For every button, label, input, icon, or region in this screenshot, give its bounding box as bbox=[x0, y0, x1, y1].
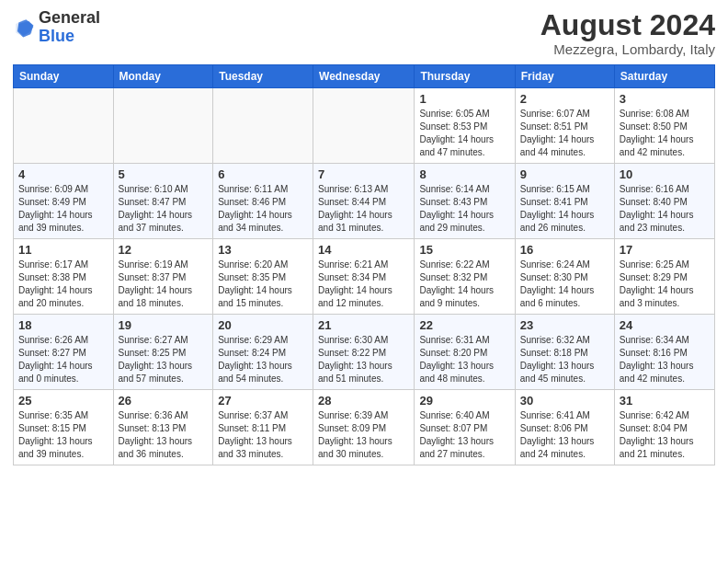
col-thursday: Thursday bbox=[415, 65, 515, 88]
week-row-1: 1Sunrise: 6:05 AMSunset: 8:53 PMDaylight… bbox=[14, 88, 715, 164]
month-title: August 2024 bbox=[540, 9, 715, 41]
header: General Blue August 2024 Mezzegra, Lomba… bbox=[13, 9, 715, 57]
logo-general: General bbox=[39, 8, 100, 27]
day-info: Sunrise: 6:40 AMSunset: 8:07 PMDaylight:… bbox=[419, 409, 509, 461]
day-number: 4 bbox=[18, 167, 108, 181]
day-info: Sunrise: 6:32 AMSunset: 8:18 PMDaylight:… bbox=[520, 334, 609, 385]
day-info: Sunrise: 6:29 AMSunset: 8:24 PMDaylight:… bbox=[218, 334, 308, 385]
day-cell: 29Sunrise: 6:40 AMSunset: 8:07 PMDayligh… bbox=[415, 390, 515, 465]
day-cell: 16Sunrise: 6:24 AMSunset: 8:30 PMDayligh… bbox=[515, 239, 614, 315]
day-cell: 28Sunrise: 6:39 AMSunset: 8:09 PMDayligh… bbox=[313, 390, 415, 465]
day-number: 30 bbox=[520, 394, 609, 408]
day-number: 26 bbox=[119, 394, 209, 408]
day-info: Sunrise: 6:20 AMSunset: 8:35 PMDaylight:… bbox=[218, 259, 308, 310]
day-info: Sunrise: 6:09 AMSunset: 8:49 PMDaylight:… bbox=[18, 183, 108, 235]
logo-blue: Blue bbox=[39, 27, 74, 45]
day-info: Sunrise: 6:15 AMSunset: 8:41 PMDaylight:… bbox=[520, 183, 609, 235]
day-cell: 7Sunrise: 6:13 AMSunset: 8:44 PMDaylight… bbox=[313, 164, 415, 239]
day-number: 8 bbox=[419, 167, 509, 181]
day-cell: 6Sunrise: 6:11 AMSunset: 8:46 PMDaylight… bbox=[213, 164, 313, 239]
logo-icon bbox=[13, 17, 35, 39]
logo: General Blue bbox=[13, 9, 100, 46]
day-cell: 19Sunrise: 6:27 AMSunset: 8:25 PMDayligh… bbox=[113, 315, 213, 390]
day-number: 21 bbox=[318, 318, 409, 332]
title-block: August 2024 Mezzegra, Lombardy, Italy bbox=[540, 9, 715, 57]
logo-text: General Blue bbox=[39, 9, 100, 46]
day-cell: 9Sunrise: 6:15 AMSunset: 8:41 PMDaylight… bbox=[515, 164, 614, 239]
col-tuesday: Tuesday bbox=[213, 65, 313, 88]
page: General Blue August 2024 Mezzegra, Lomba… bbox=[0, 0, 728, 563]
day-info: Sunrise: 6:30 AMSunset: 8:22 PMDaylight:… bbox=[318, 334, 409, 385]
day-info: Sunrise: 6:22 AMSunset: 8:32 PMDaylight:… bbox=[419, 259, 509, 310]
day-cell: 26Sunrise: 6:36 AMSunset: 8:13 PMDayligh… bbox=[113, 390, 213, 465]
day-number: 19 bbox=[119, 318, 209, 332]
day-cell: 18Sunrise: 6:26 AMSunset: 8:27 PMDayligh… bbox=[14, 315, 114, 390]
day-cell bbox=[213, 88, 313, 164]
day-info: Sunrise: 6:05 AMSunset: 8:53 PMDaylight:… bbox=[419, 108, 509, 159]
day-number: 13 bbox=[218, 243, 308, 257]
day-cell: 3Sunrise: 6:08 AMSunset: 8:50 PMDaylight… bbox=[614, 88, 714, 164]
col-saturday: Saturday bbox=[614, 65, 714, 88]
day-cell: 14Sunrise: 6:21 AMSunset: 8:34 PMDayligh… bbox=[313, 239, 415, 315]
week-row-4: 18Sunrise: 6:26 AMSunset: 8:27 PMDayligh… bbox=[14, 315, 715, 390]
day-info: Sunrise: 6:31 AMSunset: 8:20 PMDaylight:… bbox=[419, 334, 509, 385]
day-info: Sunrise: 6:21 AMSunset: 8:34 PMDaylight:… bbox=[318, 259, 409, 310]
day-cell: 24Sunrise: 6:34 AMSunset: 8:16 PMDayligh… bbox=[614, 315, 714, 390]
day-number: 5 bbox=[119, 167, 209, 181]
location: Mezzegra, Lombardy, Italy bbox=[540, 41, 715, 57]
day-number: 28 bbox=[318, 394, 409, 408]
day-info: Sunrise: 6:16 AMSunset: 8:40 PMDaylight:… bbox=[620, 183, 710, 235]
day-number: 15 bbox=[419, 243, 509, 257]
day-info: Sunrise: 6:10 AMSunset: 8:47 PMDaylight:… bbox=[119, 183, 209, 235]
day-cell: 1Sunrise: 6:05 AMSunset: 8:53 PMDaylight… bbox=[415, 88, 515, 164]
day-number: 25 bbox=[18, 394, 108, 408]
day-cell: 23Sunrise: 6:32 AMSunset: 8:18 PMDayligh… bbox=[515, 315, 614, 390]
day-info: Sunrise: 6:07 AMSunset: 8:51 PMDaylight:… bbox=[520, 108, 609, 159]
week-row-3: 11Sunrise: 6:17 AMSunset: 8:38 PMDayligh… bbox=[14, 239, 715, 315]
day-cell: 30Sunrise: 6:41 AMSunset: 8:06 PMDayligh… bbox=[515, 390, 614, 465]
week-row-5: 25Sunrise: 6:35 AMSunset: 8:15 PMDayligh… bbox=[14, 390, 715, 465]
calendar: Sunday Monday Tuesday Wednesday Thursday… bbox=[13, 64, 715, 465]
day-cell: 27Sunrise: 6:37 AMSunset: 8:11 PMDayligh… bbox=[213, 390, 313, 465]
day-info: Sunrise: 6:41 AMSunset: 8:06 PMDaylight:… bbox=[520, 409, 609, 461]
day-number: 24 bbox=[620, 318, 710, 332]
day-info: Sunrise: 6:19 AMSunset: 8:37 PMDaylight:… bbox=[119, 259, 209, 310]
day-info: Sunrise: 6:13 AMSunset: 8:44 PMDaylight:… bbox=[318, 183, 409, 235]
day-cell: 15Sunrise: 6:22 AMSunset: 8:32 PMDayligh… bbox=[415, 239, 515, 315]
day-info: Sunrise: 6:25 AMSunset: 8:29 PMDaylight:… bbox=[620, 259, 710, 310]
day-number: 31 bbox=[620, 394, 710, 408]
day-number: 12 bbox=[119, 243, 209, 257]
day-cell: 25Sunrise: 6:35 AMSunset: 8:15 PMDayligh… bbox=[14, 390, 114, 465]
day-info: Sunrise: 6:14 AMSunset: 8:43 PMDaylight:… bbox=[419, 183, 509, 235]
day-number: 14 bbox=[318, 243, 409, 257]
day-cell bbox=[313, 88, 415, 164]
week-row-2: 4Sunrise: 6:09 AMSunset: 8:49 PMDaylight… bbox=[14, 164, 715, 239]
day-number: 9 bbox=[520, 167, 609, 181]
day-info: Sunrise: 6:37 AMSunset: 8:11 PMDaylight:… bbox=[218, 409, 308, 461]
day-number: 17 bbox=[620, 243, 710, 257]
col-wednesday: Wednesday bbox=[313, 65, 415, 88]
day-number: 7 bbox=[318, 167, 409, 181]
day-number: 1 bbox=[419, 92, 509, 106]
day-cell bbox=[14, 88, 114, 164]
day-cell: 20Sunrise: 6:29 AMSunset: 8:24 PMDayligh… bbox=[213, 315, 313, 390]
col-sunday: Sunday bbox=[14, 65, 114, 88]
day-number: 10 bbox=[620, 167, 710, 181]
day-info: Sunrise: 6:17 AMSunset: 8:38 PMDaylight:… bbox=[18, 259, 108, 310]
day-cell: 4Sunrise: 6:09 AMSunset: 8:49 PMDaylight… bbox=[14, 164, 114, 239]
day-info: Sunrise: 6:24 AMSunset: 8:30 PMDaylight:… bbox=[520, 259, 609, 310]
day-cell: 5Sunrise: 6:10 AMSunset: 8:47 PMDaylight… bbox=[113, 164, 213, 239]
col-monday: Monday bbox=[113, 65, 213, 88]
day-number: 27 bbox=[218, 394, 308, 408]
day-cell: 31Sunrise: 6:42 AMSunset: 8:04 PMDayligh… bbox=[614, 390, 714, 465]
day-number: 11 bbox=[18, 243, 108, 257]
day-info: Sunrise: 6:34 AMSunset: 8:16 PMDaylight:… bbox=[620, 334, 710, 385]
day-cell: 22Sunrise: 6:31 AMSunset: 8:20 PMDayligh… bbox=[415, 315, 515, 390]
day-number: 23 bbox=[520, 318, 609, 332]
day-number: 18 bbox=[18, 318, 108, 332]
header-row: Sunday Monday Tuesday Wednesday Thursday… bbox=[14, 65, 715, 88]
day-number: 3 bbox=[620, 92, 710, 106]
day-cell: 17Sunrise: 6:25 AMSunset: 8:29 PMDayligh… bbox=[614, 239, 714, 315]
day-number: 29 bbox=[419, 394, 509, 408]
day-info: Sunrise: 6:11 AMSunset: 8:46 PMDaylight:… bbox=[218, 183, 308, 235]
